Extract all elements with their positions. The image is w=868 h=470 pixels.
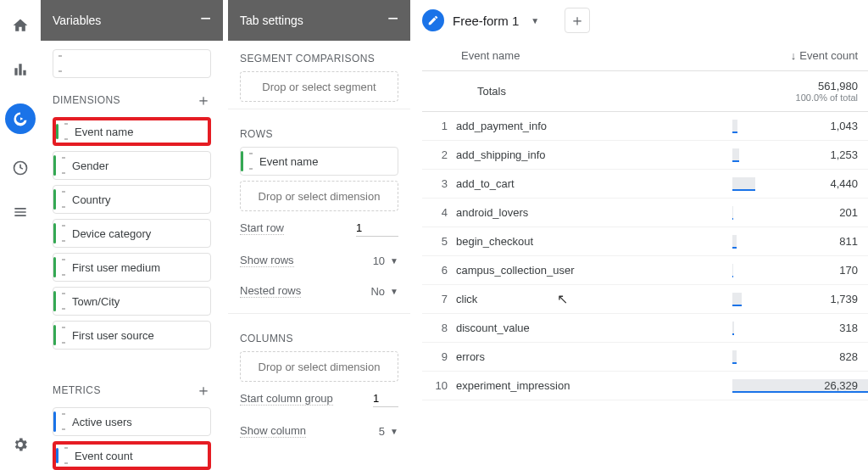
report-area: Free-form 1 ▼ ＋ Event name ↓ Event count… — [415, 0, 868, 470]
show-columns-label: Show column — [240, 424, 306, 438]
tab-bar: Free-form 1 ▼ ＋ — [422, 0, 868, 41]
table-row[interactable]: 8discount_value318 — [422, 314, 868, 343]
table-row[interactable]: 6campus_collection_user170 — [422, 256, 868, 285]
row-index: 1 — [422, 120, 456, 132]
tab-settings-title: Tab settings — [240, 14, 303, 27]
bar-chart-icon[interactable] — [10, 59, 31, 80]
row-index: 10 — [422, 379, 456, 392]
metrics-list: Active users Event count Transactions — [41, 407, 223, 470]
row-index: 8 — [422, 322, 456, 334]
variables-panel: Variables − DIMENSIONS ＋ Event name Gend… — [41, 0, 223, 470]
row-event-name: add_shipping_info — [456, 148, 732, 161]
row-event-name: add_to_cart — [456, 177, 732, 190]
table-metric-header[interactable]: ↓ Event count — [732, 41, 868, 70]
show-rows-label: Show rows — [240, 254, 294, 267]
row-index: 5 — [422, 235, 456, 248]
variables-title: Variables — [53, 14, 101, 27]
segment-comparisons-title: SEGMENT COMPARISONS — [240, 53, 375, 64]
add-dimension-button[interactable]: ＋ — [196, 90, 211, 110]
table-row[interactable]: 7click1,739 — [422, 285, 868, 314]
start-row-input[interactable] — [356, 220, 398, 237]
dimensions-list: Event name Gender Country Device categor… — [41, 117, 223, 350]
row-event-name: discount_value — [456, 322, 732, 334]
row-event-name: click — [456, 293, 732, 305]
rows-selected-event-name[interactable]: Event name — [240, 147, 398, 176]
dimension-first-user-source[interactable]: First user source — [53, 321, 211, 350]
edit-tab-icon[interactable] — [422, 9, 444, 31]
rows-drop-zone[interactable]: Drop or select dimension — [240, 181, 398, 211]
nested-rows-select[interactable]: No▼ — [336, 285, 398, 298]
tab-name-label[interactable]: Free-form 1 — [453, 14, 519, 28]
table-row[interactable]: 1add_payment_info1,043 — [422, 112, 868, 141]
row-value-cell: 1,739 — [732, 293, 868, 305]
explore-icon[interactable] — [5, 104, 36, 134]
add-metric-button[interactable]: ＋ — [196, 380, 211, 400]
row-event-name: errors — [456, 350, 732, 363]
row-value-cell: 26,329 — [732, 379, 868, 392]
collapse-variables-button[interactable]: − — [200, 19, 211, 22]
table-row[interactable]: 4android_lovers201 — [422, 199, 868, 227]
dimension-event-name[interactable]: Event name — [53, 117, 211, 146]
row-index: 3 — [422, 177, 456, 190]
row-index: 7 — [422, 293, 456, 305]
show-columns-select[interactable]: 5▼ — [336, 425, 398, 438]
row-event-name: campus_collection_user — [456, 264, 732, 277]
row-value-cell: 318 — [732, 322, 868, 334]
rows-title: ROWS — [240, 128, 273, 140]
nav-rail — [0, 0, 41, 470]
target-icon[interactable] — [10, 158, 31, 178]
settings-icon[interactable] — [10, 434, 31, 455]
columns-drop-zone[interactable]: Drop or select dimension — [240, 351, 398, 382]
metrics-title: METRICS — [53, 384, 101, 396]
table-row-header: Event name — [456, 41, 732, 70]
add-tab-button[interactable]: ＋ — [565, 8, 590, 33]
row-index: 4 — [422, 206, 456, 219]
row-event-name: add_payment_info — [456, 120, 732, 132]
segment-drop-zone[interactable]: Drop or select segment — [240, 71, 398, 102]
row-value-cell: 201 — [732, 206, 868, 219]
home-icon[interactable] — [10, 15, 31, 36]
row-value-cell: 170 — [732, 264, 868, 277]
chevron-down-icon: ▼ — [390, 427, 398, 436]
chevron-down-icon: ▼ — [390, 256, 398, 266]
down-arrow-icon: ↓ — [791, 49, 797, 62]
list-icon[interactable] — [10, 202, 31, 222]
dimension-gender[interactable]: Gender — [53, 151, 211, 180]
dimension-country[interactable]: Country — [53, 185, 211, 214]
dimension-device-category[interactable]: Device category — [53, 219, 211, 248]
columns-title: COLUMNS — [240, 333, 293, 344]
table-row[interactable]: 3add_to_cart4,440 — [422, 170, 868, 199]
start-column-group-label: Start column group — [240, 392, 333, 406]
totals-value: 561,980 — [818, 80, 858, 92]
row-value-cell: 811 — [732, 235, 868, 248]
row-event-name: experiment_impression — [456, 379, 732, 392]
nested-rows-label: Nested rows — [240, 284, 301, 298]
chevron-down-icon: ▼ — [390, 287, 398, 296]
start-row-label: Start row — [240, 221, 284, 235]
row-event-name: begin_checkout — [456, 235, 732, 248]
report-table: Event name ↓ Event count Totals 561,980 … — [422, 41, 868, 470]
row-event-name: android_lovers — [456, 206, 732, 219]
row-index: 6 — [422, 264, 456, 277]
metric-event-count[interactable]: Event count — [53, 441, 211, 470]
dimension-town-city[interactable]: Town/City — [53, 287, 211, 316]
row-value-cell: 828 — [732, 350, 868, 363]
show-rows-select[interactable]: 10▼ — [336, 255, 398, 267]
tab-menu-caret[interactable]: ▼ — [531, 16, 539, 25]
table-row[interactable]: 9errors828 — [422, 343, 868, 372]
variables-header: Variables − — [41, 0, 223, 41]
row-value-cell: 1,043 — [732, 120, 868, 132]
start-column-group-input[interactable] — [373, 390, 398, 407]
metric-active-users[interactable]: Active users — [53, 407, 211, 436]
tab-settings-panel: Tab settings − SEGMENT COMPARISONS Drop … — [228, 0, 410, 470]
dimension-first-user-medium[interactable]: First user medium — [53, 253, 211, 282]
table-row[interactable]: 10experiment_impression26,329 — [422, 372, 868, 400]
row-index: 2 — [422, 148, 456, 161]
dimension-placeholder-pill[interactable] — [53, 49, 211, 78]
table-row[interactable]: 5begin_checkout811 — [422, 227, 868, 256]
row-index: 9 — [422, 350, 456, 363]
collapse-tab-settings-button[interactable]: − — [387, 19, 398, 22]
dimensions-title: DIMENSIONS — [53, 94, 120, 106]
totals-sub: 100.0% of total — [796, 92, 858, 103]
table-row[interactable]: 2add_shipping_info1,253 — [422, 141, 868, 170]
